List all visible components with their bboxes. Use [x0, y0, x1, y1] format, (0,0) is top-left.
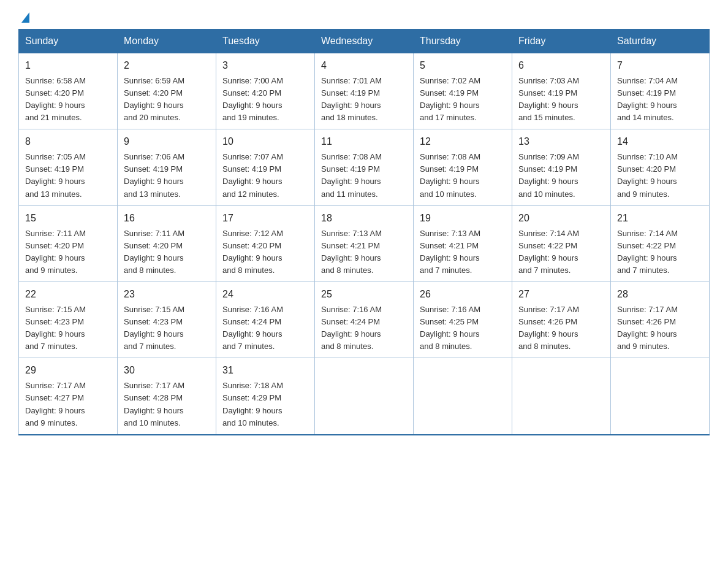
day-number: 6 [518, 58, 604, 74]
calendar-cell: 11Sunrise: 7:08 AMSunset: 4:19 PMDayligh… [315, 129, 414, 205]
calendar-cell: 2Sunrise: 6:59 AMSunset: 4:20 PMDaylight… [118, 53, 216, 129]
day-info: Sunrise: 7:07 AMSunset: 4:19 PMDaylight:… [222, 152, 283, 198]
day-info: Sunrise: 7:13 AMSunset: 4:21 PMDaylight:… [321, 229, 382, 275]
calendar-cell: 31Sunrise: 7:18 AMSunset: 4:29 PMDayligh… [216, 358, 315, 435]
day-number: 14 [617, 134, 703, 150]
calendar-cell: 17Sunrise: 7:12 AMSunset: 4:20 PMDayligh… [216, 205, 315, 282]
calendar-cell: 8Sunrise: 7:05 AMSunset: 4:19 PMDaylight… [19, 129, 118, 205]
day-info: Sunrise: 7:05 AMSunset: 4:19 PMDaylight:… [25, 152, 86, 198]
calendar-cell: 10Sunrise: 7:07 AMSunset: 4:19 PMDayligh… [216, 129, 315, 205]
day-info: Sunrise: 7:08 AMSunset: 4:19 PMDaylight:… [420, 152, 480, 198]
week-row-3: 15Sunrise: 7:11 AMSunset: 4:20 PMDayligh… [19, 205, 710, 282]
day-info: Sunrise: 7:13 AMSunset: 4:21 PMDaylight:… [420, 229, 480, 275]
day-number: 10 [222, 134, 308, 150]
day-number: 18 [321, 211, 407, 226]
calendar-cell [512, 358, 611, 435]
calendar-cell: 18Sunrise: 7:13 AMSunset: 4:21 PMDayligh… [315, 205, 414, 282]
calendar-table: SundayMondayTuesdayWednesdayThursdayFrid… [18, 29, 710, 435]
day-info: Sunrise: 7:11 AMSunset: 4:20 PMDaylight:… [124, 229, 184, 275]
logo [18, 12, 29, 23]
calendar-cell: 1Sunrise: 6:58 AMSunset: 4:20 PMDaylight… [19, 53, 118, 129]
calendar-cell: 5Sunrise: 7:02 AMSunset: 4:19 PMDaylight… [414, 53, 512, 129]
day-number: 22 [25, 287, 111, 302]
day-number: 13 [518, 134, 604, 150]
header-tuesday: Tuesday [216, 29, 315, 53]
calendar-cell: 24Sunrise: 7:16 AMSunset: 4:24 PMDayligh… [216, 282, 315, 358]
header-sunday: Sunday [19, 29, 118, 53]
day-number: 25 [321, 287, 407, 302]
day-info: Sunrise: 7:14 AMSunset: 4:22 PMDaylight:… [518, 229, 579, 275]
day-info: Sunrise: 7:08 AMSunset: 4:19 PMDaylight:… [321, 152, 382, 198]
day-number: 7 [617, 58, 703, 74]
day-number: 26 [420, 287, 506, 302]
header-monday: Monday [118, 29, 216, 53]
day-info: Sunrise: 7:17 AMSunset: 4:27 PMDaylight:… [25, 381, 86, 427]
day-number: 1 [25, 58, 111, 74]
calendar-cell [611, 358, 710, 435]
day-info: Sunrise: 7:18 AMSunset: 4:29 PMDaylight:… [222, 381, 283, 427]
day-info: Sunrise: 7:12 AMSunset: 4:20 PMDaylight:… [222, 229, 283, 275]
day-number: 20 [518, 211, 604, 226]
day-number: 27 [518, 287, 604, 302]
calendar-cell: 12Sunrise: 7:08 AMSunset: 4:19 PMDayligh… [414, 129, 512, 205]
header-wednesday: Wednesday [315, 29, 414, 53]
header-friday: Friday [512, 29, 611, 53]
day-info: Sunrise: 6:58 AMSunset: 4:20 PMDaylight:… [25, 76, 86, 122]
calendar-cell: 20Sunrise: 7:14 AMSunset: 4:22 PMDayligh… [512, 205, 611, 282]
calendar-cell: 26Sunrise: 7:16 AMSunset: 4:25 PMDayligh… [414, 282, 512, 358]
day-info: Sunrise: 6:59 AMSunset: 4:20 PMDaylight:… [124, 76, 184, 122]
header-thursday: Thursday [414, 29, 512, 53]
day-info: Sunrise: 7:15 AMSunset: 4:23 PMDaylight:… [25, 305, 86, 351]
calendar-cell: 28Sunrise: 7:17 AMSunset: 4:26 PMDayligh… [611, 282, 710, 358]
calendar-cell: 13Sunrise: 7:09 AMSunset: 4:19 PMDayligh… [512, 129, 611, 205]
week-row-1: 1Sunrise: 6:58 AMSunset: 4:20 PMDaylight… [19, 53, 710, 129]
calendar-cell: 27Sunrise: 7:17 AMSunset: 4:26 PMDayligh… [512, 282, 611, 358]
day-number: 8 [25, 134, 111, 150]
week-row-2: 8Sunrise: 7:05 AMSunset: 4:19 PMDaylight… [19, 129, 710, 205]
day-info: Sunrise: 7:15 AMSunset: 4:23 PMDaylight:… [124, 305, 184, 351]
day-info: Sunrise: 7:14 AMSunset: 4:22 PMDaylight:… [617, 229, 678, 275]
page-header [18, 12, 710, 23]
calendar-cell: 6Sunrise: 7:03 AMSunset: 4:19 PMDaylight… [512, 53, 611, 129]
calendar-cell [414, 358, 512, 435]
day-info: Sunrise: 7:01 AMSunset: 4:19 PMDaylight:… [321, 76, 382, 122]
day-info: Sunrise: 7:00 AMSunset: 4:20 PMDaylight:… [222, 76, 283, 122]
day-number: 23 [124, 287, 210, 302]
day-number: 28 [617, 287, 703, 302]
day-info: Sunrise: 7:10 AMSunset: 4:20 PMDaylight:… [617, 152, 678, 198]
day-number: 5 [420, 58, 506, 74]
week-row-4: 22Sunrise: 7:15 AMSunset: 4:23 PMDayligh… [19, 282, 710, 358]
day-info: Sunrise: 7:17 AMSunset: 4:26 PMDaylight:… [617, 305, 678, 351]
calendar-cell: 22Sunrise: 7:15 AMSunset: 4:23 PMDayligh… [19, 282, 118, 358]
day-number: 4 [321, 58, 407, 74]
calendar-cell: 29Sunrise: 7:17 AMSunset: 4:27 PMDayligh… [19, 358, 118, 435]
day-info: Sunrise: 7:09 AMSunset: 4:19 PMDaylight:… [518, 152, 579, 198]
day-number: 30 [124, 363, 210, 378]
day-number: 12 [420, 134, 506, 150]
day-info: Sunrise: 7:04 AMSunset: 4:19 PMDaylight:… [617, 76, 678, 122]
calendar-cell: 3Sunrise: 7:00 AMSunset: 4:20 PMDaylight… [216, 53, 315, 129]
day-info: Sunrise: 7:17 AMSunset: 4:26 PMDaylight:… [518, 305, 579, 351]
day-number: 2 [124, 58, 210, 74]
day-number: 17 [222, 211, 308, 226]
calendar-cell: 25Sunrise: 7:16 AMSunset: 4:24 PMDayligh… [315, 282, 414, 358]
day-number: 24 [222, 287, 308, 302]
calendar-cell [315, 358, 414, 435]
calendar-cell: 7Sunrise: 7:04 AMSunset: 4:19 PMDaylight… [611, 53, 710, 129]
day-number: 21 [617, 211, 703, 226]
day-number: 29 [25, 363, 111, 378]
day-info: Sunrise: 7:11 AMSunset: 4:20 PMDaylight:… [25, 229, 86, 275]
day-number: 31 [222, 363, 308, 378]
day-info: Sunrise: 7:03 AMSunset: 4:19 PMDaylight:… [518, 76, 579, 122]
day-info: Sunrise: 7:17 AMSunset: 4:28 PMDaylight:… [124, 381, 184, 427]
calendar-cell: 9Sunrise: 7:06 AMSunset: 4:19 PMDaylight… [118, 129, 216, 205]
day-number: 9 [124, 134, 210, 150]
header-saturday: Saturday [611, 29, 710, 53]
calendar-cell: 14Sunrise: 7:10 AMSunset: 4:20 PMDayligh… [611, 129, 710, 205]
calendar-cell: 16Sunrise: 7:11 AMSunset: 4:20 PMDayligh… [118, 205, 216, 282]
day-info: Sunrise: 7:16 AMSunset: 4:24 PMDaylight:… [222, 305, 283, 351]
calendar-cell: 19Sunrise: 7:13 AMSunset: 4:21 PMDayligh… [414, 205, 512, 282]
calendar-cell: 15Sunrise: 7:11 AMSunset: 4:20 PMDayligh… [19, 205, 118, 282]
day-number: 15 [25, 211, 111, 226]
day-info: Sunrise: 7:16 AMSunset: 4:25 PMDaylight:… [420, 305, 480, 351]
